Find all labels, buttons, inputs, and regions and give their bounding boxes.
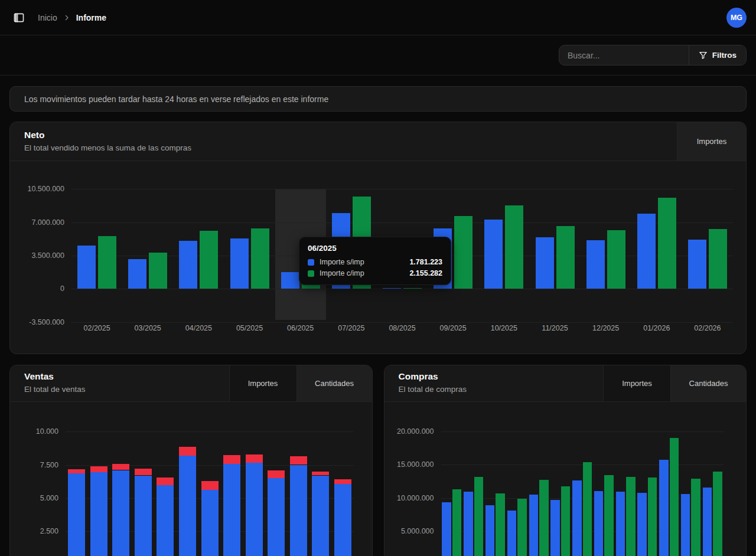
tab-importes[interactable]: Importes [677,122,746,161]
bar[interactable] [68,469,85,473]
tab-cantidades[interactable]: Cantidades [296,365,372,401]
bar[interactable] [713,472,722,556]
bar[interactable] [290,465,307,556]
bar[interactable] [128,259,146,289]
bar[interactable] [561,486,571,556]
bar[interactable] [539,480,549,556]
bar[interactable] [529,495,539,556]
bar[interactable] [507,511,517,556]
y-axis-label: 20.000.000 [384,427,434,436]
bar[interactable] [648,477,657,556]
bar[interactable] [607,230,625,289]
bar[interactable] [281,272,299,289]
bar[interactable] [442,502,451,556]
bar[interactable] [691,479,700,556]
bar[interactable] [223,455,240,465]
bar[interactable] [505,205,523,289]
tooltip-label: Importe s/imp [320,258,404,266]
tooltip-row: Importe c/imp 2.155.282 [308,269,442,277]
bar[interactable] [670,438,679,556]
ventas-card-titles: Ventas El total de ventas [10,365,229,401]
gridline [71,322,733,323]
bar[interactable] [135,469,152,475]
bar[interactable] [149,253,167,289]
breadcrumb-inicio[interactable]: Inicio [38,13,57,22]
bar[interactable] [135,476,152,556]
bar[interactable] [200,231,218,289]
x-axis-label: 11/2025 [530,324,581,332]
bar[interactable] [550,500,560,556]
bar[interactable] [246,463,263,556]
bar[interactable] [616,492,625,556]
bar[interactable] [246,454,263,463]
sidebar-toggle-button[interactable] [9,8,28,27]
search-and-filters: Filtros [559,45,747,66]
bar[interactable] [157,477,174,486]
tab-cantidades[interactable]: Cantidades [670,365,746,401]
bar[interactable] [230,238,249,289]
bar[interactable] [201,490,219,556]
bar[interactable] [681,494,690,556]
bar[interactable] [594,491,604,556]
bar[interactable] [334,479,351,484]
bar[interactable] [312,476,329,556]
bar[interactable] [626,477,636,556]
avatar[interactable]: MG [726,8,747,28]
bar[interactable] [484,220,503,289]
bar[interactable] [572,480,582,556]
compras-tabs: ImportesCantidades [603,365,746,401]
bar[interactable] [688,240,706,289]
bar[interactable] [403,288,422,289]
tooltip-value: 1.781.223 [409,258,442,266]
bar[interactable] [312,472,329,476]
bar[interactable] [77,246,96,289]
bar[interactable] [179,456,196,556]
bar[interactable] [90,466,107,472]
bar[interactable] [179,241,197,289]
bar[interactable] [383,288,401,289]
bar[interactable] [637,214,656,289]
bar[interactable] [464,492,473,556]
bar[interactable] [583,462,592,556]
bar[interactable] [290,456,307,465]
neto-subtitle: El total vendido menos la suma de las co… [24,143,663,152]
bar[interactable] [659,460,669,556]
bar[interactable] [268,470,285,479]
bar[interactable] [201,481,219,490]
bar[interactable] [98,236,116,289]
neto-card-header: Neto El total vendido menos la suma de l… [10,122,746,161]
x-axis-label: 02/2026 [682,324,733,332]
bar[interactable] [223,464,240,556]
panel-left-icon [13,12,25,24]
y-axis-label: 10.000.000 [384,494,434,502]
bar[interactable] [485,505,495,556]
bar[interactable] [179,447,196,456]
bar[interactable] [556,226,575,289]
bar[interactable] [90,472,107,556]
bar[interactable] [268,478,285,556]
bar[interactable] [334,484,351,556]
bar[interactable] [517,499,527,556]
bar[interactable] [637,493,647,556]
bar[interactable] [454,216,472,289]
bar[interactable] [452,489,462,556]
bar[interactable] [112,464,129,470]
bar[interactable] [68,473,85,556]
bar[interactable] [474,477,484,556]
bar[interactable] [703,488,712,556]
bar[interactable] [112,470,129,556]
bar[interactable] [586,240,605,289]
bar[interactable] [251,228,269,289]
bar[interactable] [536,237,554,289]
breadcrumb: Inicio Informe [38,13,106,22]
filters-button[interactable]: Filtros [689,45,746,65]
bar[interactable] [604,475,614,556]
bar[interactable] [157,485,174,556]
tab-importes[interactable]: Importes [229,365,296,401]
search-input[interactable] [559,45,689,65]
bar[interactable] [658,198,676,289]
bar[interactable] [709,229,727,289]
x-axis-label: 06/2025 [275,324,326,332]
bar[interactable] [496,493,505,556]
tab-importes[interactable]: Importes [603,365,670,401]
